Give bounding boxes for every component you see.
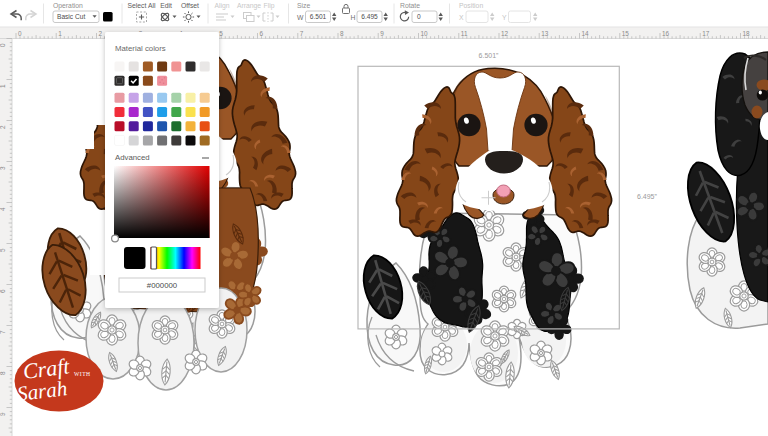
- svg-text:16: 16: [662, 30, 670, 37]
- svg-text:13: 13: [541, 30, 549, 37]
- svg-text:W: W: [297, 14, 304, 21]
- svg-text:10: 10: [421, 30, 429, 37]
- svg-text:11: 11: [461, 30, 468, 37]
- svg-text:6.495”: 6.495”: [637, 193, 658, 200]
- svg-text:Arrange: Arrange: [237, 2, 261, 10]
- svg-text:0: 0: [0, 43, 6, 47]
- svg-text:7: 7: [300, 30, 304, 37]
- svg-text:2: 2: [0, 125, 6, 129]
- svg-text:15: 15: [622, 30, 630, 37]
- svg-text:6.501”: 6.501”: [479, 52, 500, 59]
- svg-text:17: 17: [702, 30, 710, 37]
- svg-text:Basic Cut: Basic Cut: [57, 13, 85, 20]
- svg-text:18: 18: [743, 30, 751, 37]
- svg-text:0: 0: [18, 30, 22, 37]
- svg-text:Operation: Operation: [53, 2, 83, 10]
- svg-text:Align: Align: [214, 2, 229, 10]
- svg-text:Y: Y: [502, 14, 507, 21]
- svg-text:Select All: Select All: [128, 2, 156, 9]
- svg-text:X: X: [459, 14, 464, 21]
- svg-text:7: 7: [0, 330, 6, 334]
- svg-text:9: 9: [0, 412, 6, 416]
- svg-text:Edit: Edit: [160, 2, 172, 9]
- svg-text:Advanced: Advanced: [115, 153, 150, 162]
- svg-text:9: 9: [380, 30, 384, 37]
- svg-text:1: 1: [58, 30, 62, 37]
- svg-text:Material colors: Material colors: [115, 44, 166, 53]
- svg-text:5: 5: [0, 248, 6, 252]
- svg-text:2: 2: [99, 30, 103, 37]
- svg-text:8: 8: [0, 371, 6, 375]
- svg-text:WITH: WITH: [74, 371, 91, 377]
- svg-text:Offset: Offset: [181, 2, 199, 9]
- svg-text:6.495: 6.495: [361, 13, 378, 20]
- svg-text:Size: Size: [297, 2, 310, 9]
- svg-text:0: 0: [417, 13, 421, 20]
- svg-text:12: 12: [501, 30, 509, 37]
- svg-text:Rotate: Rotate: [400, 2, 420, 9]
- svg-text:6.501: 6.501: [310, 13, 327, 20]
- svg-text:14: 14: [582, 30, 590, 37]
- svg-text:6: 6: [260, 30, 264, 37]
- svg-text:Position: Position: [459, 2, 483, 9]
- svg-text:#000000: #000000: [147, 281, 178, 290]
- svg-text:5: 5: [219, 30, 223, 37]
- svg-text:H: H: [351, 14, 356, 21]
- svg-text:3: 3: [0, 166, 6, 170]
- svg-text:6: 6: [0, 289, 6, 293]
- svg-text:1: 1: [0, 84, 6, 88]
- svg-text:8: 8: [340, 30, 344, 37]
- svg-text:Flip: Flip: [264, 2, 275, 10]
- svg-text:4: 4: [0, 207, 6, 211]
